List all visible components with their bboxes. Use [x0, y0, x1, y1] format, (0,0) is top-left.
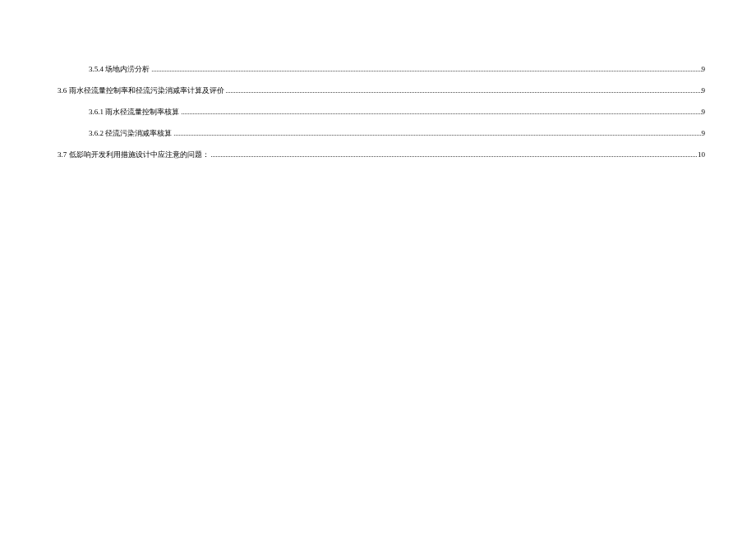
toc-label: 3.7 低影响开发利用措施设计中应注意的问题：: [58, 150, 210, 160]
toc-label: 3.5.4 场地内涝分析: [89, 64, 150, 75]
toc-page-number: 9: [702, 86, 706, 95]
toc-dots: [172, 130, 701, 137]
toc-dots: [150, 66, 701, 73]
toc-dots: [210, 151, 698, 159]
toc-dots: [224, 87, 702, 95]
toc-entry: 3.6.2 径流污染消减率核算 9: [51, 128, 705, 139]
page-content: 3.5.4 场地内涝分析 9 3.6 雨水径流量控制率和径流污染消减率计算及评价…: [0, 0, 756, 160]
toc-dots: [179, 108, 701, 116]
toc-page-number: 9: [702, 129, 706, 137]
toc-entry: 3.5.4 场地内涝分析 9: [51, 64, 705, 75]
toc-page-number: 9: [702, 65, 706, 73]
toc-entry: 3.6 雨水径流量控制率和径流污染消减率计算及评价 9: [51, 85, 705, 96]
toc-page-number: 10: [698, 150, 705, 159]
toc-page-number: 9: [702, 108, 706, 116]
toc-label: 3.6.1 雨水径流量控制率核算: [89, 107, 179, 118]
toc-label: 3.6.2 径流污染消减率核算: [89, 128, 172, 139]
toc-label: 3.6 雨水径流量控制率和径流污染消减率计算及评价: [58, 85, 224, 96]
toc-entry: 3.6.1 雨水径流量控制率核算 9: [51, 107, 705, 118]
toc-entry: 3.7 低影响开发利用措施设计中应注意的问题： 10: [51, 150, 705, 160]
